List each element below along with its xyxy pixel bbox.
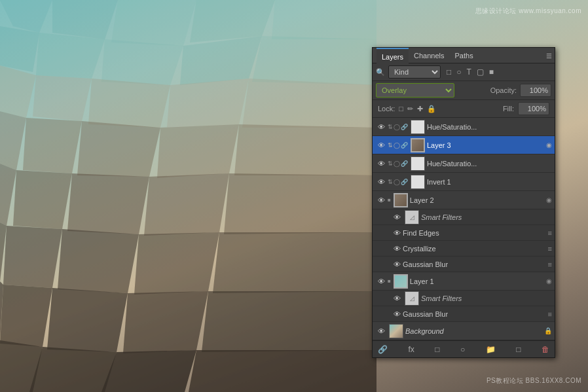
eye-icon-hue-sat-2[interactable]: 👁: [375, 121, 387, 133]
layer-row-layer-1[interactable]: 👁 ■ Layer 1 ◉: [373, 272, 555, 291]
eye-icon-hue-sat-1[interactable]: 👁: [375, 158, 387, 169]
layers-panel: Layers Channels Paths ☰ 🔍 Kind □ ○ T ▢ ■…: [372, 47, 555, 358]
svg-marker-36: [29, 347, 117, 392]
smart-filters-header-1: 👁 ◿ Smart Filters: [373, 291, 555, 306]
layer-1-thumb: [394, 274, 408, 289]
layer-row-invert-1[interactable]: 👁 ⇅ ◯ 🔗 Invert 1: [373, 173, 555, 191]
lock-position-btn[interactable]: ✚: [417, 105, 423, 113]
smart-filters-1-thumb: ◿: [405, 291, 419, 306]
svg-marker-24: [224, 173, 377, 234]
eye-icon-invert-1[interactable]: 👁: [375, 176, 387, 188]
add-mask-btn[interactable]: □: [433, 344, 441, 355]
smart-filters-2-label: Smart Filters: [421, 213, 552, 221]
layer-row-crystallize[interactable]: 👁 Crystallize ≡: [373, 241, 555, 257]
layer-name-layer-2: Layer 2: [410, 196, 546, 204]
svg-marker-11: [33, 75, 92, 121]
blend-mode-select[interactable]: Overlay Normal Multiply: [376, 83, 454, 98]
filter-pixel-btn[interactable]: □: [445, 67, 452, 77]
filter-adj-btn[interactable]: ○: [455, 67, 462, 77]
svg-marker-5: [0, 26, 39, 72]
new-group-btn[interactable]: 📁: [485, 344, 497, 355]
layer-name-layer-1: Layer 1: [410, 277, 546, 285]
fill-input[interactable]: [518, 102, 549, 115]
svg-marker-12: [88, 79, 170, 128]
gaussian-blur-1-settings-icon[interactable]: ≡: [548, 310, 552, 318]
link-layers-btn[interactable]: 🔗: [377, 344, 389, 355]
lock-row: Lock: □ ✏ ✚ 🔒 Fill:: [373, 100, 555, 118]
filter-type-btn[interactable]: T: [466, 67, 473, 77]
add-style-btn[interactable]: fx: [407, 344, 415, 355]
new-adjustment-btn[interactable]: ○: [459, 344, 466, 355]
layer-name-hue-sat-2: Hue/Saturatio...: [427, 123, 552, 131]
layer-row-gaussian-blur-2[interactable]: 👁 Gaussian Blur ≡: [373, 257, 555, 272]
eye-icon-background[interactable]: 👁: [375, 325, 387, 337]
crystallize-settings-icon[interactable]: ≡: [548, 245, 552, 253]
eye-icon-gaussian-blur-1[interactable]: 👁: [391, 308, 403, 320]
layer-name-background: Background: [405, 327, 544, 335]
watermark-bottom: PS教程论坛 BBS.16XX8.COM: [487, 376, 581, 385]
delete-layer-btn[interactable]: 🗑: [540, 344, 551, 355]
svg-marker-37: [101, 350, 196, 392]
new-layer-btn[interactable]: □: [515, 344, 522, 355]
layer-row-layer-2[interactable]: 👁 ■ Layer 2 ◉: [373, 191, 555, 209]
panel-tab-bar: Layers Channels Paths ☰: [373, 48, 555, 63]
lock-all-btn[interactable]: 🔒: [427, 105, 436, 113]
eye-icon-find-edges[interactable]: 👁: [391, 227, 403, 239]
lock-image-btn[interactable]: ✏: [407, 105, 413, 113]
panel-menu-icon[interactable]: ☰: [546, 52, 552, 59]
panel-footer: 🔗 fx □ ○ 📁 □ 🗑: [373, 340, 555, 357]
layer-name-gaussian-blur-1: Gaussian Blur: [403, 310, 548, 318]
mask-icon-hue-sat-2: 🔗: [401, 124, 408, 130]
svg-marker-26: [3, 226, 62, 288]
find-edges-settings-icon[interactable]: ≡: [548, 229, 552, 237]
layer-row-layer-3[interactable]: 👁 ⇅ ◯ 🔗 Layer 3 ◉: [373, 136, 555, 154]
opacity-input[interactable]: [520, 84, 551, 97]
layer-1-options-icon[interactable]: ◉: [546, 277, 552, 285]
filter-shape-btn[interactable]: ▢: [475, 67, 485, 77]
eye-icon-gaussian-blur-2[interactable]: 👁: [391, 258, 403, 270]
tab-paths[interactable]: Paths: [450, 48, 479, 63]
eye-icon-layer-2[interactable]: 👁: [375, 194, 387, 206]
kind-select[interactable]: Kind: [388, 65, 441, 79]
svg-marker-13: [167, 79, 249, 128]
lock-transparent-btn[interactable]: □: [399, 105, 403, 113]
gaussian-blur-2-settings-icon[interactable]: ≡: [548, 260, 552, 268]
layer-name-crystallize: Crystallize: [403, 245, 548, 253]
chain-icon-hue-sat-1: ⇅: [388, 160, 393, 167]
lock-label: Lock:: [378, 105, 395, 113]
svg-marker-31: [0, 285, 52, 347]
layer-row-gaussian-blur-1[interactable]: 👁 Gaussian Blur ≡: [373, 306, 555, 322]
eye-icon-layer-3[interactable]: 👁: [375, 139, 387, 151]
svg-marker-38: [189, 350, 377, 392]
hue-sat-2-thumb: [411, 120, 425, 134]
svg-marker-7: [101, 39, 183, 85]
svg-marker-19: [234, 124, 377, 175]
link-icon-hue-sat-2: ◯: [394, 124, 400, 130]
link-icon-invert-1: ◯: [394, 179, 400, 185]
link-icon-layer-3: ◯: [394, 142, 400, 149]
tab-layers[interactable]: Layers: [377, 48, 409, 63]
layer-name-invert-1: Invert 1: [427, 178, 552, 186]
svg-marker-8: [180, 36, 262, 85]
smart-filters-2-thumb: ◿: [405, 210, 419, 224]
tab-channels[interactable]: Channels: [409, 48, 449, 63]
eye-icon-layer-1[interactable]: 👁: [375, 276, 387, 287]
layer-row-hue-sat-2[interactable]: 👁 ⇅ ◯ 🔗 Hue/Saturatio...: [373, 118, 555, 136]
layer-row-background[interactable]: 👁 Background 🔒: [373, 322, 555, 340]
eye-icon-crystallize[interactable]: 👁: [391, 243, 403, 255]
background-lock-icon: 🔒: [544, 327, 552, 334]
svg-marker-27: [58, 229, 139, 293]
layer-3-options-icon[interactable]: ◉: [546, 141, 552, 149]
layer-2-options-icon[interactable]: ◉: [546, 196, 552, 204]
fill-label: Fill:: [503, 105, 514, 113]
eye-icon-smart-filters-1[interactable]: 👁: [391, 293, 403, 304]
layer-row-find-edges[interactable]: 👁 Find Edges ≡: [373, 225, 555, 241]
svg-marker-32: [47, 288, 128, 352]
filter-smart-btn[interactable]: ■: [488, 67, 495, 77]
layer-row-hue-sat-1[interactable]: 👁 ⇅ ◯ 🔗 Hue/Saturatio...: [373, 154, 555, 173]
svg-marker-23: [144, 173, 229, 236]
filter-row: 🔍 Kind □ ○ T ▢ ■: [373, 63, 555, 81]
chain-icon-layer-3: ⇅: [388, 142, 393, 149]
eye-icon-smart-filters-2[interactable]: 👁: [391, 211, 403, 223]
svg-marker-33: [123, 291, 208, 353]
